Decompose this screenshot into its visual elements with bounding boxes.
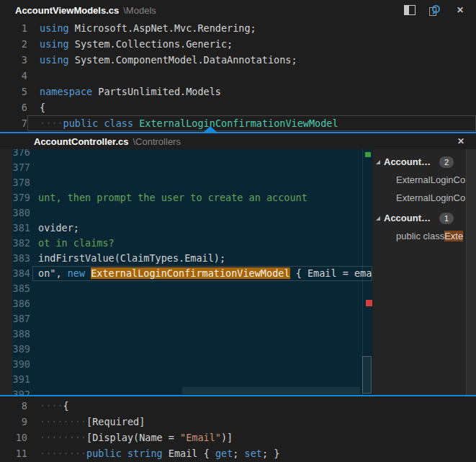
match-highlight: ExternalLoginConfirmationViewModel bbox=[91, 267, 289, 279]
code-line[interactable]: 6{ bbox=[0, 99, 476, 115]
line-number: 6 bbox=[0, 99, 27, 115]
code-token bbox=[122, 448, 127, 459]
code-token: indFirstValue(ClaimTypes.Email); bbox=[38, 252, 225, 264]
line-content bbox=[32, 372, 372, 387]
peek-vertical-scrollbar[interactable] bbox=[362, 356, 372, 394]
code-line[interactable]: 10········[Display(Name = "Email")] bbox=[0, 430, 476, 445]
line-number: 4 bbox=[0, 68, 27, 84]
line-content: ········[Required] bbox=[27, 414, 476, 430]
code-line[interactable]: 377 bbox=[0, 160, 372, 175]
code-line[interactable]: 1using Microsoft.AspNet.Mvc.Rendering; bbox=[0, 20, 476, 36]
editor-title-bar: AccountViewModels.cs\Models ✕ bbox=[0, 0, 476, 20]
peek-close-button[interactable]: ✕ bbox=[457, 133, 464, 149]
match-count-badge: 1 bbox=[439, 213, 454, 224]
code-line[interactable]: 386 bbox=[0, 296, 372, 311]
code-line[interactable]: 4 bbox=[0, 68, 476, 84]
code-token: { bbox=[63, 400, 69, 412]
code-token: get bbox=[215, 448, 233, 459]
line-content bbox=[27, 68, 476, 84]
code-token: "Email" bbox=[180, 432, 221, 443]
match-text: ExternalLoginCo bbox=[396, 192, 465, 203]
peek-editor[interactable]: 376377378379unt, then prompt the user to… bbox=[0, 149, 372, 395]
line-content bbox=[32, 160, 372, 175]
peek-header: AccountController.cs\Controllers ✕ bbox=[0, 133, 476, 149]
peek-file-name: AccountController.cs bbox=[34, 136, 128, 147]
peek-glyph-margin bbox=[0, 149, 12, 395]
code-line[interactable]: 381ovider; bbox=[0, 221, 372, 236]
code-token: public bbox=[86, 448, 122, 459]
editor-actions: ✕ bbox=[403, 4, 476, 16]
line-content bbox=[32, 205, 372, 221]
code-line[interactable]: 9········[Required] bbox=[0, 414, 476, 430]
code-line[interactable]: 391 bbox=[0, 372, 372, 387]
result-file-row[interactable]: Account…2 bbox=[373, 153, 476, 171]
code-line[interactable]: 8····{ bbox=[0, 398, 476, 414]
code-line[interactable]: 379unt, then prompt the user to create a… bbox=[0, 190, 372, 205]
match-prefix: public class bbox=[396, 231, 444, 241]
code-line[interactable]: 385 bbox=[0, 281, 372, 296]
code-token: unt, then prompt the user to create an a… bbox=[38, 192, 307, 203]
code-line[interactable]: 5namespace PartsUnlimited.Models bbox=[0, 84, 476, 99]
code-token: [Display(Name = bbox=[86, 432, 180, 443]
results-scrollbar[interactable] bbox=[466, 149, 476, 395]
close-editor-button[interactable]: ✕ bbox=[454, 4, 467, 16]
line-content: ovider; bbox=[32, 221, 372, 236]
code-line[interactable]: 390 bbox=[0, 357, 372, 372]
line-number: 7 bbox=[0, 115, 27, 131]
line-number: 3 bbox=[0, 52, 27, 68]
code-line[interactable]: 388 bbox=[0, 326, 372, 342]
result-match-row[interactable]: ExternalLoginCo bbox=[373, 171, 476, 189]
collapse-twistie-icon[interactable] bbox=[376, 160, 380, 164]
line-content bbox=[32, 311, 372, 326]
result-file-label: Account… bbox=[384, 213, 431, 223]
line-content: ····{ bbox=[27, 398, 476, 414]
line-content: ········public string Email { get; set; … bbox=[27, 445, 476, 461]
result-file-row[interactable]: Account…1 bbox=[373, 209, 476, 227]
match-text: ExternalLoginCo bbox=[396, 174, 465, 185]
editor-code-bottom[interactable]: 8····{9········[Required]10········[Disp… bbox=[0, 396, 476, 462]
code-line[interactable]: 387 bbox=[0, 311, 372, 326]
overview-marker-red bbox=[366, 300, 372, 306]
code-token: ExternalLoginConfirmationViewModel bbox=[139, 117, 338, 129]
code-line[interactable]: 7····public class ExternalLoginConfirmat… bbox=[0, 115, 476, 131]
code-line[interactable]: 376 bbox=[0, 149, 372, 160]
code-line[interactable]: 3using System.ComponentModel.DataAnnotat… bbox=[0, 52, 476, 68]
close-icon: ✕ bbox=[457, 4, 464, 16]
line-content: unt, then prompt the user to create an a… bbox=[32, 190, 372, 205]
code-line[interactable]: 378 bbox=[0, 175, 372, 190]
code-line[interactable]: 11········public string Email { get; set… bbox=[0, 445, 476, 461]
code-token: )] bbox=[221, 432, 233, 443]
split-editor-button[interactable] bbox=[403, 4, 416, 16]
code-token: namespace bbox=[40, 86, 92, 97]
file-name: AccountViewModels.cs bbox=[15, 5, 119, 16]
line-content: { bbox=[27, 99, 476, 115]
editor-code-top[interactable]: 1using Microsoft.AspNet.Mvc.Rendering;2u… bbox=[0, 20, 476, 132]
code-line[interactable]: 383indFirstValue(ClaimTypes.Email); bbox=[0, 251, 372, 266]
peek-horizontal-scrollbar[interactable] bbox=[182, 387, 360, 394]
code-line[interactable]: 2using System.Collections.Generic; bbox=[0, 36, 476, 52]
code-line[interactable]: 389 bbox=[0, 342, 372, 357]
code-line[interactable]: 382ot in claims? bbox=[0, 236, 372, 251]
open-preview-button[interactable] bbox=[428, 4, 441, 16]
line-content bbox=[32, 357, 372, 372]
code-line[interactable]: 384on", new ExternalLoginConfirmationVie… bbox=[0, 266, 372, 281]
close-icon: ✕ bbox=[457, 136, 464, 147]
code-token: ot in claims? bbox=[38, 237, 114, 249]
code-token: new bbox=[68, 267, 85, 279]
reference-results-list: Account…2ExternalLoginCoExternalLoginCoA… bbox=[373, 149, 476, 395]
result-match-row[interactable]: public class Exte bbox=[373, 227, 476, 245]
code-token bbox=[133, 117, 139, 129]
code-token: [Required] bbox=[86, 416, 145, 427]
code-token: ········ bbox=[40, 432, 86, 443]
line-number: 9 bbox=[0, 414, 27, 430]
editor-tab-title[interactable]: AccountViewModels.cs\Models bbox=[0, 4, 156, 17]
code-line[interactable]: 380 bbox=[0, 205, 372, 221]
code-token: using bbox=[40, 54, 69, 66]
code-token: set bbox=[245, 448, 262, 459]
collapse-twistie-icon[interactable] bbox=[376, 216, 380, 221]
code-token: System.ComponentModel.DataAnnotations; bbox=[69, 54, 297, 66]
line-content bbox=[32, 281, 372, 296]
code-token: PartsUnlimited.Models bbox=[92, 86, 221, 97]
result-match-row[interactable]: ExternalLoginCo bbox=[373, 189, 476, 207]
line-content: using Microsoft.AspNet.Mvc.Rendering; bbox=[27, 20, 476, 36]
